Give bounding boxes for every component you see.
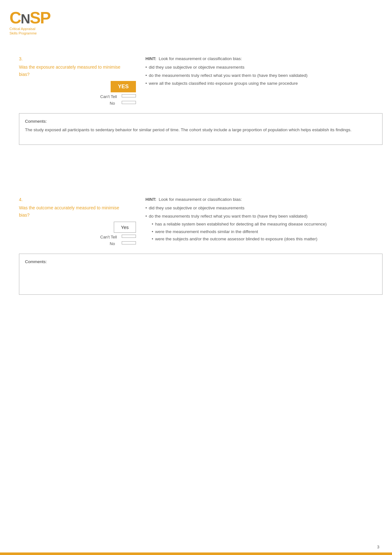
question-3-label: 3. Was the exposure accurately measured … — [19, 55, 130, 78]
q4-sub-bullet-3: were the subjects and/or the outcome ass… — [152, 236, 383, 243]
q3-cant-tell-row: Can't Tell — [100, 94, 136, 99]
q4-no-row: No — [100, 241, 136, 246]
q3-no-label: No — [100, 101, 119, 106]
q3-comments-box: Comments: The study exposed all particip… — [19, 113, 383, 145]
q4-hint-bullet-1: did they use subjective or objective mea… — [145, 205, 383, 212]
q4-cant-tell-label: Can't Tell — [100, 235, 119, 239]
q4-comments-label: Comments: — [25, 258, 377, 266]
logo-area: CNSP Critical Appraisal Skills Programme — [9, 9, 50, 36]
q4-hint-title: HINT: Look for measurement or classifica… — [145, 196, 383, 203]
q3-comments-container: Comments: The study exposed all particip… — [19, 113, 383, 145]
q4-comments-container: Comments: — [19, 254, 383, 295]
q3-text: Was the exposure accurately measured to … — [19, 64, 130, 78]
q4-no-box[interactable] — [122, 241, 136, 244]
q3-cant-tell-label: Can't Tell — [100, 94, 119, 99]
question-3-area: 3. Was the exposure accurately measured … — [19, 55, 383, 106]
q3-hint-area: HINT: Look for measurement or classifica… — [139, 55, 383, 88]
question-4-area: 4. Was the outcome accurately measured t… — [19, 196, 383, 246]
logo-subtitle: Critical Appraisal Skills Programme — [9, 27, 37, 36]
q4-sub-bullets: has a reliable system been established f… — [152, 221, 383, 243]
page-number: 3 — [377, 545, 379, 549]
question-4-left: 4. Was the outcome accurately measured t… — [19, 196, 139, 246]
section-4: 4. Was the outcome accurately measured t… — [19, 196, 383, 295]
q4-hint-bullet-2: do the measurements truly reflect what y… — [145, 213, 383, 220]
q3-comments-text: The study exposed all participants to se… — [25, 127, 352, 132]
q4-hint-area: HINT: Look for measurement or classifica… — [139, 196, 383, 243]
q3-no-row: No — [100, 101, 136, 106]
q4-yes-box[interactable]: Yes — [114, 222, 136, 233]
logo-text: CNSP — [9, 9, 50, 26]
q3-flowchart: YES Can't Tell No — [19, 81, 139, 106]
q4-sub-bullet-1: has a reliable system been established f… — [152, 221, 383, 228]
question-3-left: 3. Was the exposure accurately measured … — [19, 55, 139, 106]
q4-text: Was the outcome accurately measured to m… — [19, 204, 130, 219]
q3-yes-box[interactable]: YES — [111, 81, 136, 92]
question-4-label: 4. Was the outcome accurately measured t… — [19, 196, 130, 219]
q4-cant-tell-row: Can't Tell — [100, 235, 136, 239]
footer-bar — [0, 552, 392, 555]
q3-no-box[interactable] — [122, 101, 136, 104]
q4-no-label: No — [100, 241, 119, 246]
q3-hint-bullet-2: do the measurements truly reflect what y… — [145, 72, 383, 79]
q3-hint-bullet-1: did they use subjective or objective mea… — [145, 64, 383, 71]
q4-sub-bullet-2: were the measurement methods similar in … — [152, 228, 383, 235]
q3-cant-tell-box[interactable] — [122, 94, 136, 97]
q4-number: 4. — [19, 196, 23, 203]
section-3: 3. Was the exposure accurately measured … — [19, 55, 383, 145]
q4-comments-box: Comments: — [19, 254, 383, 295]
q3-hint-bullet-3: were all the subjects classified into ex… — [145, 80, 383, 87]
q4-hint-bullets: did they use subjective or objective mea… — [145, 205, 383, 219]
q4-cant-tell-box[interactable] — [122, 235, 136, 238]
q3-comments-label: Comments: — [25, 118, 377, 125]
q3-hint-title: HINT: Look for measurement or classifica… — [145, 55, 383, 63]
q3-number: 3. — [19, 55, 23, 62]
q3-hint-bullets: did they use subjective or objective mea… — [145, 64, 383, 87]
q4-flowchart: Yes Can't Tell No — [19, 222, 139, 246]
